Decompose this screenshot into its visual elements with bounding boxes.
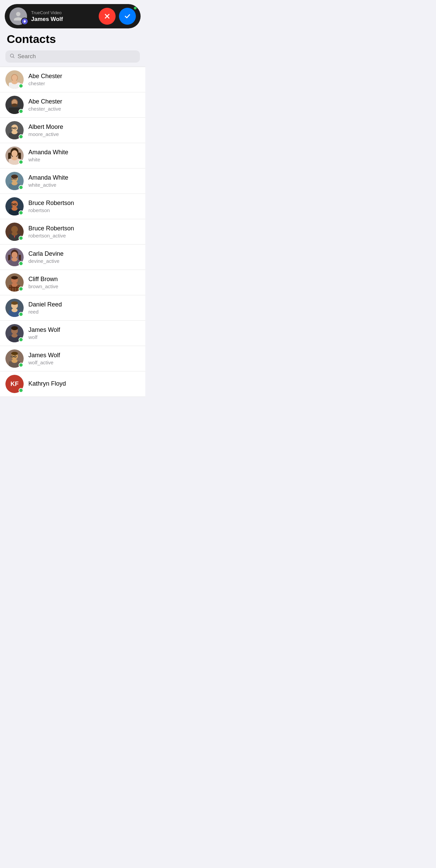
list-item[interactable]: Abe Chester chester_active bbox=[0, 92, 145, 118]
avatar-wrap bbox=[5, 248, 24, 266]
search-input-wrap[interactable] bbox=[5, 50, 140, 63]
status-dot bbox=[19, 109, 23, 114]
contact-username: white bbox=[28, 157, 140, 162]
contact-name: Kathryn Floyd bbox=[28, 380, 140, 387]
status-dot bbox=[19, 210, 23, 215]
svg-rect-21 bbox=[8, 153, 11, 159]
contact-username: wolf_active bbox=[28, 360, 140, 365]
contact-username: wolf bbox=[28, 334, 140, 340]
svg-point-66 bbox=[11, 308, 18, 312]
status-dot bbox=[19, 337, 23, 342]
svg-point-24 bbox=[11, 156, 18, 160]
list-item[interactable]: Amanda White white bbox=[0, 143, 145, 168]
contact-info: Daniel Reed reed bbox=[28, 301, 140, 315]
avatar-wrap bbox=[5, 70, 24, 89]
contact-name: Abe Chester bbox=[28, 73, 140, 80]
svg-point-20 bbox=[11, 150, 18, 157]
contact-info: Kathryn Floyd bbox=[28, 380, 140, 388]
contact-username: chester_active bbox=[28, 106, 140, 112]
caller-avatar-wrap bbox=[9, 7, 27, 25]
status-dot bbox=[19, 312, 23, 317]
search-input[interactable] bbox=[18, 53, 136, 60]
notification-bar: TrueConf Video James Wolf bbox=[5, 4, 141, 28]
list-item[interactable]: Carla Devine devine_active bbox=[0, 245, 145, 270]
status-dot bbox=[19, 134, 23, 139]
contact-name: Daniel Reed bbox=[28, 301, 140, 308]
hands-icon bbox=[23, 19, 27, 23]
list-item[interactable]: KF Kathryn Floyd bbox=[0, 371, 145, 397]
contact-info: Bruce Robertson robertson bbox=[28, 200, 140, 213]
svg-point-5 bbox=[11, 80, 18, 84]
search-icon bbox=[9, 53, 15, 60]
avatar-wrap bbox=[5, 324, 24, 342]
contact-name: Amanda White bbox=[28, 149, 140, 156]
contact-info: Carla Devine devine_active bbox=[28, 250, 140, 264]
list-item[interactable]: James Wolf wolf bbox=[0, 321, 145, 346]
avatar-wrap bbox=[5, 197, 24, 215]
svg-point-39 bbox=[11, 207, 18, 211]
svg-point-61 bbox=[11, 276, 18, 279]
contact-username: reed bbox=[28, 309, 140, 315]
avatar-wrap bbox=[5, 223, 24, 241]
contact-info: Albert Moore moore_active bbox=[28, 123, 140, 137]
svg-point-78 bbox=[11, 352, 18, 355]
x-icon bbox=[103, 13, 111, 20]
caller-name: James Wolf bbox=[31, 16, 95, 23]
status-dot bbox=[19, 236, 23, 241]
svg-point-45 bbox=[11, 232, 18, 236]
avatar-wrap bbox=[5, 96, 24, 114]
list-item[interactable]: Abe Chester chester bbox=[0, 67, 145, 92]
list-item[interactable]: Bruce Robertson robertson_active bbox=[0, 219, 145, 245]
svg-point-52 bbox=[11, 257, 18, 261]
list-item[interactable]: Amanda White white_active bbox=[0, 168, 145, 194]
accept-button[interactable] bbox=[119, 8, 136, 25]
contact-info: Amanda White white bbox=[28, 149, 140, 162]
status-dot bbox=[19, 287, 23, 291]
svg-point-80 bbox=[11, 359, 18, 363]
page-title: Contacts bbox=[0, 28, 145, 48]
contact-info: Bruce Robertson robertson_active bbox=[28, 225, 140, 238]
avatar-wrap bbox=[5, 349, 24, 368]
svg-point-32 bbox=[11, 181, 18, 185]
contact-name: Cliff Brown bbox=[28, 276, 140, 283]
check-icon bbox=[124, 13, 131, 20]
app-name: TrueConf Video bbox=[31, 10, 95, 15]
svg-point-3 bbox=[12, 75, 17, 81]
status-dot bbox=[19, 388, 23, 393]
svg-rect-22 bbox=[18, 153, 21, 159]
contact-name: Bruce Robertson bbox=[28, 200, 140, 207]
avatar-wrap bbox=[5, 299, 24, 317]
svg-point-17 bbox=[11, 130, 18, 134]
list-item[interactable]: Albert Moore moore_active bbox=[0, 118, 145, 143]
contact-username: white_active bbox=[28, 182, 140, 188]
contact-username: devine_active bbox=[28, 258, 140, 264]
contact-name: James Wolf bbox=[28, 326, 140, 334]
contact-info: Amanda White white_active bbox=[28, 174, 140, 188]
list-item[interactable]: Daniel Reed reed bbox=[0, 295, 145, 321]
svg-point-67 bbox=[11, 301, 18, 305]
contact-name: Amanda White bbox=[28, 174, 140, 181]
svg-point-9 bbox=[11, 104, 18, 107]
svg-point-72 bbox=[11, 334, 18, 338]
list-item[interactable]: James Wolf wolf_active bbox=[0, 346, 145, 371]
contacts-list: Abe Chester chester Abe Chester chester_… bbox=[0, 67, 145, 397]
avatar-wrap bbox=[5, 172, 24, 190]
contact-info: Abe Chester chester bbox=[28, 73, 140, 86]
list-item[interactable]: Cliff Brown brown_active bbox=[0, 270, 145, 295]
contact-name: James Wolf bbox=[28, 352, 140, 359]
contact-username: robertson_active bbox=[28, 233, 140, 238]
search-bar bbox=[0, 48, 145, 67]
contact-username: chester bbox=[28, 81, 140, 86]
avatar-wrap bbox=[5, 146, 24, 165]
decline-button[interactable] bbox=[99, 8, 116, 25]
avatar-wrap bbox=[5, 273, 24, 292]
svg-point-60 bbox=[11, 283, 18, 287]
avatar-wrap bbox=[5, 121, 24, 139]
notification-text: TrueConf Video James Wolf bbox=[31, 10, 95, 23]
svg-point-30 bbox=[11, 175, 18, 179]
svg-point-70 bbox=[11, 326, 18, 330]
contact-username: brown_active bbox=[28, 283, 140, 289]
list-item[interactable]: Bruce Robertson robertson bbox=[0, 194, 145, 219]
contact-info: Cliff Brown brown_active bbox=[28, 276, 140, 289]
avatar-wrap: KF bbox=[5, 375, 24, 393]
